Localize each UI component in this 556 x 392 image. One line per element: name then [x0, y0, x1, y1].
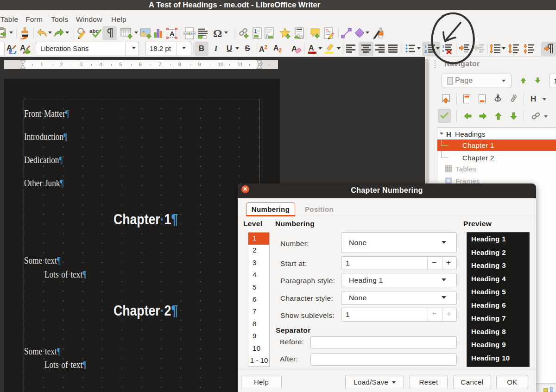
svg-text:1: 1 [442, 44, 445, 49]
svg-text:1: 1 [254, 29, 257, 34]
svg-text:A: A [309, 44, 314, 52]
svg-text:A: A [170, 30, 175, 38]
svg-text:2: 2 [424, 49, 427, 53]
svg-text:Ω: Ω [213, 28, 222, 39]
svg-text:i: i [266, 34, 268, 39]
